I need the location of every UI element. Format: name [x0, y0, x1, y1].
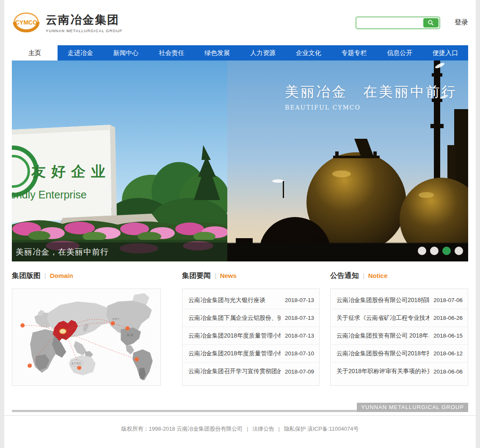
- nav-item-culture[interactable]: 企业文化: [286, 45, 331, 60]
- carousel-dot-2[interactable]: [430, 247, 439, 255]
- header: CYMCO 云南冶金集团 YUNNAN METALLURGICAL GROUP …: [4, 0, 476, 45]
- news-item-title: 云南冶金集团2018年度质量管理小组...: [188, 332, 281, 340]
- group-banner: YUNNAN METALLURGICAL GROUP: [357, 403, 468, 412]
- notice-item-title: 云南冶金集团投资有限公司 2018年...: [337, 332, 429, 340]
- sign-text-cn: 友好企业: [31, 163, 111, 179]
- notice-item[interactable]: 云南冶金集团股份有限公司2018年招... 2018-06-12: [331, 345, 468, 363]
- logo-text: 云南冶金集团 YUNNAN METALLURGICAL GROUP: [46, 12, 122, 33]
- logo-abbr: CYMCO: [15, 19, 37, 26]
- notice-item-date: 2018-07-06: [433, 297, 463, 303]
- cymco-logo-icon: CYMCO: [12, 11, 41, 35]
- search-icon: [428, 19, 434, 26]
- carousel-dots: [418, 247, 463, 255]
- news-item-date: 2018-07-13: [285, 315, 314, 321]
- notice-item[interactable]: 关于2018年职称评审有关事项的补充... 2018-06-06: [331, 363, 468, 380]
- notice-item-date: 2018-06-26: [433, 315, 463, 321]
- hero-caption-text: 美丽冶金，在美丽中前行: [16, 247, 109, 258]
- carousel-dot-1[interactable]: [418, 247, 426, 255]
- notice-item-date: 2018-06-06: [433, 368, 463, 375]
- nav-item-home[interactable]: 主页: [12, 45, 58, 60]
- world-map-panel: 中国 加拿大 美 国 澳大利亚: [12, 289, 161, 386]
- news-item[interactable]: 云南冶金集团召开学习宣传贯彻团的... 2018-07-09: [182, 363, 319, 380]
- copyright-text: 版权所有：1998-2018 云南冶金集团股份有限公司: [121, 426, 243, 432]
- site-title: 云南冶金集团: [46, 12, 122, 27]
- notice-title-en: Notice: [368, 272, 388, 279]
- notice-list: 云南冶金集团股份有限公司2018招聘... 2018-07-06 关于征求《云南…: [330, 289, 468, 386]
- main-nav: 主页 走进冶金 新闻中心 社会责任 绿色发展 人力资源 企业文化 专题专栏 信息…: [12, 45, 468, 60]
- map-label-australia: 澳大利亚: [71, 362, 81, 365]
- news-item[interactable]: 云南冶金集团2018年度质量管理小组... 2018-07-13: [182, 327, 319, 345]
- nav-item-social-responsibility[interactable]: 社会责任: [149, 45, 194, 60]
- nav-item-green-development[interactable]: 绿色发展: [194, 45, 240, 60]
- section-notice: 公告通知 | Notice 云南冶金集团股份有限公司2018招聘... 2018…: [330, 271, 468, 386]
- footer-separator: |: [247, 426, 248, 432]
- heading-separator: |: [215, 272, 216, 279]
- news-list: 云南冶金集团与光大银行座谈 2018-07-13 云南冶金集团下属企业云铝股份、…: [182, 289, 320, 386]
- legal-notice-link[interactable]: 法律公告: [252, 426, 274, 432]
- section-news: 集团要闻 | News 云南冶金集团与光大银行座谈 2018-07-13 云南冶…: [182, 271, 320, 386]
- nav-item-news[interactable]: 新闻中心: [103, 45, 149, 60]
- news-item[interactable]: 云南冶金集团2018年度质量管理小组... 2018-07-10: [182, 345, 319, 363]
- map-label-canada: 加拿大: [112, 317, 119, 320]
- map-label-china: 中国: [60, 335, 66, 339]
- carousel-dot-4[interactable]: [455, 247, 463, 255]
- search-box: [356, 16, 440, 29]
- hero-caption-bar: 美丽冶金，在美丽中前行: [12, 242, 468, 261]
- news-title-en: News: [220, 272, 237, 279]
- notice-item-title: 云南冶金集团股份有限公司2018招聘...: [337, 297, 429, 304]
- icp-number: 滇ICP备:11004074号: [307, 426, 359, 432]
- notice-item[interactable]: 云南冶金集团股份有限公司2018招聘... 2018-07-06: [331, 291, 468, 309]
- domain-title-en: Domain: [50, 272, 73, 279]
- hero-slogan: 美丽冶金 在美丽中前行 BEAUTIFUL CYMCO: [285, 82, 457, 111]
- header-right: 登录: [356, 16, 468, 29]
- notice-item-date: 2018-06-12: [433, 350, 463, 357]
- notice-item-title: 关于2018年职称评审有关事项的补充...: [337, 368, 429, 375]
- news-item-date: 2018-07-09: [285, 368, 314, 375]
- nav-item-special-topics[interactable]: 专题专栏: [331, 45, 377, 60]
- strip-divider: [12, 410, 357, 412]
- bottom-strip: YUNNAN METALLURGICAL GROUP: [12, 403, 468, 412]
- sign-text-en: endly Enterprise: [12, 189, 87, 201]
- hero-slogan-title: 美丽冶金 在美丽中前行: [285, 82, 457, 102]
- site-subtitle: YUNNAN METALLURGICAL GROUP: [46, 29, 122, 33]
- news-item-date: 2018-07-13: [285, 333, 314, 339]
- news-item-title: 云南冶金集团召开学习宣传贯彻团的...: [188, 368, 281, 375]
- search-button[interactable]: [423, 18, 439, 27]
- footer: 版权所有：1998-2018 云南冶金集团股份有限公司 | 法律公告 | 隐私保…: [4, 415, 476, 444]
- logo[interactable]: CYMCO 云南冶金集团 YUNNAN METALLURGICAL GROUP: [12, 11, 122, 35]
- nav-item-human-resources[interactable]: 人力资源: [240, 45, 286, 60]
- news-item[interactable]: 云南冶金集团下属企业云铝股份、驰... 2018-07-13: [182, 309, 319, 327]
- news-item-date: 2018-07-10: [285, 350, 314, 357]
- privacy-link[interactable]: 隐私保护: [284, 426, 306, 432]
- footer-separator: |: [279, 426, 280, 432]
- notice-item[interactable]: 云南冶金集团投资有限公司 2018年... 2018-06-15: [331, 327, 468, 345]
- hero-slide-left-image: 友好企业 endly Enterprise: [12, 60, 227, 261]
- notice-item[interactable]: 关于征求《云南省矿冶工程专业技术... 2018-06-26: [331, 309, 468, 327]
- news-title-cn: 集团要闻: [182, 271, 211, 280]
- hero-carousel[interactable]: 友好企业 endly Enterprise: [12, 60, 468, 261]
- map-label-usa: 美 国: [127, 333, 133, 337]
- nav-item-quick-entry[interactable]: 便捷入口: [422, 45, 468, 60]
- news-heading: 集团要闻 | News: [182, 271, 320, 283]
- login-link[interactable]: 登录: [455, 18, 468, 27]
- content-columns: 集团版图 | Domain: [4, 261, 476, 386]
- news-item-title: 云南冶金集团2018年度质量管理小组...: [188, 350, 281, 357]
- notice-heading: 公告通知 | Notice: [330, 271, 468, 283]
- domain-heading: 集团版图 | Domain: [12, 271, 161, 283]
- search-input[interactable]: [357, 18, 423, 27]
- nav-item-about[interactable]: 走进冶金: [58, 45, 103, 60]
- hero-slogan-subtitle: BEAUTIFUL CYMCO: [285, 104, 457, 111]
- section-domain: 集团版图 | Domain: [12, 271, 161, 386]
- notice-item-title: 关于征求《云南省矿冶工程专业技术...: [337, 314, 429, 322]
- carousel-dot-3[interactable]: [442, 247, 451, 255]
- news-item-title: 云南冶金集团与光大银行座谈: [188, 297, 281, 304]
- news-item[interactable]: 云南冶金集团与光大银行座谈 2018-07-13: [182, 291, 319, 309]
- heading-separator: |: [44, 272, 46, 279]
- notice-title-cn: 公告通知: [330, 271, 359, 280]
- news-item-date: 2018-07-13: [285, 297, 314, 303]
- notice-item-date: 2018-06-15: [433, 333, 463, 339]
- page: CYMCO 云南冶金集团 YUNNAN METALLURGICAL GROUP …: [4, 0, 476, 448]
- domain-title-cn: 集团版图: [12, 271, 41, 280]
- nav-item-info-disclosure[interactable]: 信息公开: [377, 45, 422, 60]
- notice-item-title: 云南冶金集团股份有限公司2018年招...: [337, 350, 429, 357]
